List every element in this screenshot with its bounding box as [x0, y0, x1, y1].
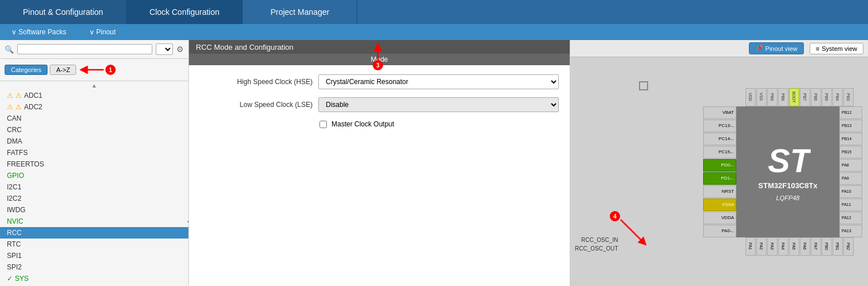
warning-icon: ⚠ [15, 92, 22, 100]
sidebar-item-i2c1[interactable]: I2C1 [0, 181, 188, 193]
hse-config-row: High Speed Clock (HSE) Crystal/Ceramic R… [198, 74, 561, 89]
gear-icon[interactable]: ⚙ [176, 45, 184, 54]
sidebar-item-nvic[interactable]: NVIC 2 [0, 216, 188, 227]
sidebar-item-adc2[interactable]: ⚠ ADC2 [0, 101, 188, 113]
pin-right-8[interactable]: PA11 [839, 198, 862, 211]
pin-pa0[interactable]: PA0-.. [703, 225, 736, 237]
pinout-view-button[interactable]: 📌 Pinout view [749, 42, 804, 54]
hse-label: High Speed Clock (HSE) [198, 78, 313, 86]
pin-boot[interactable]: BOOT [789, 88, 799, 106]
tab-categories[interactable]: Categories [5, 65, 48, 75]
sidebar-item-rtc[interactable]: RTC [0, 239, 188, 250]
pin-pc14[interactable]: PC14-.. [703, 133, 736, 145]
pin-pd1[interactable]: PD1-.. [703, 172, 736, 185]
pin-bottom-9[interactable]: PB1 [833, 237, 843, 256]
sidebar-search-bar: 🔍 ⚙ [0, 40, 188, 59]
rcc-osc-out-label: RCC_OSC_OUT [575, 245, 618, 252]
svg-text:4: 4 [613, 213, 617, 220]
sidebar-tabs: Categories A->Z 1 [0, 59, 188, 81]
master-clock-label: Master Clock Output [332, 120, 394, 128]
pin-bottom-2[interactable]: PA2 [756, 237, 767, 256]
master-clock-checkbox[interactable] [319, 121, 327, 128]
search-dropdown[interactable] [156, 43, 173, 55]
search-input[interactable] [17, 44, 152, 54]
sidebar-item-adc1[interactable]: ⚠ ADC1 [0, 90, 188, 101]
sidebar-item-iwdg[interactable]: IWDG [0, 204, 188, 216]
lse-select[interactable]: Disable [318, 97, 559, 112]
pin-pb6[interactable]: PB6 [811, 88, 821, 106]
pin-pb3[interactable]: PB3 [843, 88, 854, 106]
panel-close-icon[interactable] [554, 42, 563, 51]
sidebar-item-spi2[interactable]: SPI2 [0, 261, 188, 273]
sidebar: 🔍 ⚙ Categories A->Z 1 ▲ [0, 40, 189, 286]
pin-right-6[interactable]: PA9 [839, 172, 862, 185]
pin-right-1[interactable]: PB12 [839, 106, 862, 119]
sidebar-item-gpio[interactable]: GPIO [0, 170, 188, 181]
sub-navigation: ∨ Software Packs ∨ Pinout [0, 24, 868, 40]
main-content: 🔍 ⚙ Categories A->Z 1 ▲ [0, 40, 868, 286]
pin-pb9[interactable]: PB9 [767, 88, 778, 106]
sidebar-item-sys[interactable]: SYS [0, 273, 188, 284]
svg-point-10 [610, 211, 620, 221]
pinout-area: RCC_OSC_IN RCC_OSC_OUT 4 [570, 57, 868, 286]
pin-nrst[interactable]: NRST [703, 185, 736, 198]
sidebar-item-rcc[interactable]: RCC [0, 227, 188, 239]
sidebar-list: ⚠ ADC1 ⚠ ADC2 CAN CRC DMA FATFS [0, 90, 188, 286]
pin-right-2[interactable]: PB13 [839, 120, 862, 132]
pin-right-10[interactable]: PA13 [839, 225, 862, 237]
pin-pb7[interactable]: PB7 [800, 88, 810, 106]
svg-text:ST: ST [768, 142, 811, 177]
rcc-osc-in-label: RCC_OSC_IN [575, 237, 618, 243]
tab-project-manager[interactable]: Project Manager [243, 0, 357, 24]
pin-vss[interactable]: VSS [756, 88, 767, 106]
pin-bottom-1[interactable]: PA1 [745, 237, 756, 256]
tab-clock-config[interactable]: Clock Configuration [127, 0, 243, 24]
pin-pb8[interactable]: PB8 [778, 88, 788, 106]
st-logo: ST [765, 142, 811, 177]
pin-right-5[interactable]: PA8 [839, 159, 862, 172]
circle-indicator [639, 81, 648, 90]
pin-vdd[interactable]: VDD [745, 88, 756, 106]
view-selector: 📌 Pinout view ≡ System view [570, 40, 868, 57]
right-panel: 📌 Pinout view ≡ System view RCC_OSC_IN R… [570, 40, 868, 286]
system-view-icon: ≡ [816, 45, 819, 52]
chip-model: STM32F103C8Tx [758, 181, 817, 190]
pin-pd0[interactable]: PD0-.. [703, 159, 736, 172]
tab-pinout-config[interactable]: Pinout & Configuration [0, 0, 127, 24]
pin-bottom-7[interactable]: PA7 [811, 237, 821, 256]
pin-vbat[interactable]: VBAT [703, 106, 736, 119]
pin-pb5[interactable]: PB5 [822, 88, 832, 106]
pin-bottom-4[interactable]: PA4 [778, 237, 788, 256]
subnav-software-packs[interactable]: ∨ Software Packs [11, 28, 66, 36]
hse-select[interactable]: Crystal/Ceramic Resonator [318, 74, 559, 89]
tab-az[interactable]: A->Z [50, 65, 76, 75]
pin-right-4[interactable]: PB15 [839, 146, 862, 158]
pin-bottom-3[interactable]: PA3 [767, 237, 778, 256]
pin-pc13[interactable]: PC13-.. [703, 120, 736, 132]
pin-vdda[interactable]: VDDA [703, 212, 736, 224]
pin-bottom-10[interactable]: PB2 [843, 237, 854, 256]
sidebar-item-fatfs[interactable]: FATFS [0, 147, 188, 158]
pin-bottom-8[interactable]: PB0 [822, 237, 832, 256]
subnav-pinout[interactable]: ∨ Pinout [89, 28, 116, 36]
svg-line-9 [621, 220, 644, 243]
pin-pb4[interactable]: PB4 [833, 88, 843, 106]
panel-title-bar: RCC Mode and Configuration 3 [189, 40, 570, 54]
sidebar-item-spi1[interactable]: SPI1 [0, 250, 188, 261]
sidebar-item-i2c2[interactable]: I2C2 [0, 193, 188, 204]
system-view-button[interactable]: ≡ System view [810, 43, 863, 54]
top-navigation: Pinout & Configuration Clock Configurati… [0, 0, 868, 24]
sidebar-item-freertos[interactable]: FREERTOS [0, 158, 188, 170]
lse-config-row: Low Speed Clock (LSE) Disable [198, 97, 561, 112]
pin-bottom-6[interactable]: PA6 [800, 237, 810, 256]
pin-vssa[interactable]: VSSA [703, 198, 736, 211]
pin-pc15[interactable]: PC15-.. [703, 146, 736, 158]
panel-body: High Speed Clock (HSE) Crystal/Ceramic R… [189, 65, 570, 286]
pin-right-3[interactable]: PB14 [839, 133, 862, 145]
sidebar-item-dma[interactable]: DMA [0, 136, 188, 147]
pin-bottom-5[interactable]: PA5 [789, 237, 799, 256]
pin-right-7[interactable]: PA10 [839, 185, 862, 198]
sidebar-item-crc[interactable]: CRC [0, 124, 188, 136]
sidebar-item-can[interactable]: CAN [0, 113, 188, 124]
pin-right-9[interactable]: PA12 [839, 212, 862, 224]
